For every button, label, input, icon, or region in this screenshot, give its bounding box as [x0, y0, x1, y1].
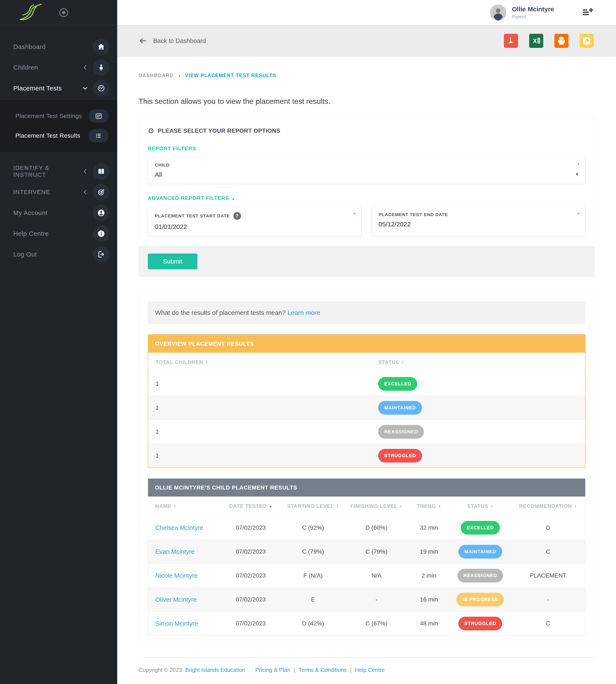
sidebar-item-children[interactable]: Children — [0, 57, 117, 78]
app-root: DashboardChildrenPlacement Tests Placeme… — [0, 0, 616, 684]
footer-company-link[interactable]: Bright Islands Education — [185, 667, 245, 673]
overview-table-row: 1MAINTAINED — [148, 396, 585, 420]
child-name-link[interactable]: Simon Mcintyre — [155, 620, 198, 627]
sidebar-collapse-toggle-icon[interactable] — [60, 8, 68, 17]
starting-level-value: C (92%) — [281, 516, 345, 540]
sidebar-item-my-account[interactable]: My Account — [0, 202, 117, 223]
child-name-link[interactable]: Evan Mcintyre — [155, 548, 195, 555]
sidebar-item-label: Placement Test Settings — [16, 113, 89, 119]
chevron-left-icon — [81, 63, 90, 72]
starting-level-value: F (N/A) — [281, 564, 345, 588]
sort-icon: ▲▼ — [205, 361, 208, 364]
end-date-input[interactable]: PLACEMENT TEST END DATE 05/12/2022 * — [372, 207, 586, 236]
sidebar-item-help-centre[interactable]: Help Centre — [0, 223, 117, 244]
book-icon — [93, 163, 110, 180]
sliders-icon — [89, 109, 109, 123]
results-card: What do the results of placement tests m… — [139, 292, 595, 645]
child-name-link[interactable]: Chelsea Mcintyre — [155, 524, 203, 531]
start-date-value: 01/01/2022 — [155, 223, 355, 230]
user-menu[interactable]: Ollie Mcintyre Parent — [490, 4, 554, 21]
advanced-filters-toggle[interactable]: ADVANCED REPORT FILTERS▲ — [148, 195, 586, 201]
child-name-link[interactable]: Oliver Mcintyre — [155, 596, 197, 603]
timing-value: 19 min — [408, 540, 449, 564]
child-name-link[interactable]: Nicole Mcintyre — [155, 572, 198, 579]
sidebar-nav: DashboardChildrenPlacement Tests Placeme… — [0, 25, 117, 265]
export-pdf-button[interactable] — [504, 34, 518, 48]
column-header-date-tested[interactable]: DATE TESTED▲ — [220, 497, 281, 516]
help-question-icon[interactable]: ? — [233, 212, 241, 220]
total-children-value: 1 — [148, 372, 371, 396]
page-description: This section allows you to view the plac… — [139, 97, 595, 106]
column-header-name[interactable]: NAME▲▼ — [148, 497, 220, 516]
avatar — [490, 4, 506, 21]
timing-value: 16 min — [408, 588, 449, 612]
column-header-starting-level[interactable]: STARTING LEVEL▲▼ — [281, 497, 345, 516]
sidebar-item-intervene[interactable]: INTERVENE — [0, 182, 117, 202]
chevron-down-icon — [81, 84, 90, 93]
submit-button[interactable]: Submit — [148, 253, 197, 269]
export-excel-button[interactable] — [529, 34, 543, 48]
sidebar: DashboardChildrenPlacement Tests Placeme… — [0, 0, 117, 684]
column-header-recommendation[interactable]: RECOMMENDATION▲▼ — [511, 497, 585, 516]
sidebar-item-placement-tests[interactable]: Placement Tests — [0, 78, 117, 98]
copyright-text: Copyright © 2023 — [139, 667, 182, 673]
finishing-level-value: C (67%) — [345, 612, 408, 636]
breadcrumb-dashboard[interactable]: DASHBOARD — [139, 73, 174, 78]
finishing-level-value: N/A — [345, 564, 408, 588]
export-expand-button[interactable] — [580, 34, 594, 48]
sidebar-item-placement-test-settings[interactable]: Placement Test Settings — [0, 106, 117, 126]
footer: Copyright © 2023 Bright Islands Educatio… — [139, 657, 595, 682]
sidebar-item-identify-instruct[interactable]: IDENTIFY & INSTRUCT — [0, 161, 117, 182]
status-badge: STRUGGLED — [458, 617, 502, 630]
footer-link-terms-conditions[interactable]: Terms & Conditions — [299, 667, 347, 673]
target-icon — [93, 184, 110, 201]
footer-link-pricing-plan[interactable]: Pricing & Plan — [256, 667, 290, 673]
recommendation-value: PLACEMENT — [511, 564, 585, 588]
sidebar-item-label: Placement Tests — [13, 85, 81, 92]
overview-table-row: 1STRUGGLED — [148, 444, 585, 468]
export-print-button[interactable] — [554, 34, 569, 48]
end-date-label: PLACEMENT TEST END DATE — [379, 212, 578, 217]
overview-table-title: OVERVIEW PLACEMENT RESULTS — [148, 335, 585, 353]
sort-icon: ▲▼ — [574, 504, 577, 508]
sidebar-item-label: IDENTIFY & INSTRUCT — [13, 165, 81, 178]
sort-icon: ▲▼ — [336, 504, 339, 508]
gear-icon: ⚙ — [148, 127, 154, 134]
overview-placement-table: OVERVIEW PLACEMENT RESULTS TOTAL CHILDRE… — [148, 334, 586, 468]
top-header: Ollie Mcintyre Parent — [117, 0, 616, 25]
sidebar-item-dashboard[interactable]: Dashboard — [0, 36, 117, 57]
finishing-level-value: C (79%) — [345, 540, 408, 564]
total-children-value: 1 — [148, 444, 371, 468]
hummingbird-logo-icon[interactable] — [12, 2, 48, 23]
finishing-level-value: - — [345, 588, 408, 612]
column-header-timing[interactable]: TIMING▲▼ — [408, 497, 449, 516]
sidebar-item-log-out[interactable]: Log Out — [0, 244, 117, 265]
back-to-dashboard-link[interactable]: Back to Dashboard — [139, 37, 206, 45]
status-badge: EXCELLED — [378, 377, 417, 391]
breadcrumb-current: VIEW PLACEMENT TEST RESULTS — [185, 73, 276, 78]
results-table-row: Simon Mcintyre07/02/2023D (42%)C (67%)48… — [148, 612, 585, 636]
expand-icon — [581, 36, 592, 46]
column-header-finishing-level[interactable]: FINISHING LEVEL▲▼ — [345, 497, 408, 516]
submit-strip: Submit — [139, 246, 594, 277]
column-header-status[interactable]: STATUS▲▼ — [371, 353, 585, 372]
column-header-total-children[interactable]: TOTAL CHILDREN▲▼ — [148, 353, 371, 372]
date-tested-value: 07/02/2023 — [220, 540, 281, 564]
recommendation-value: C — [511, 612, 585, 636]
start-date-input[interactable]: PLACEMENT TEST START DATE ? 01/01/2022 * — [148, 207, 362, 236]
required-asterisk: * — [354, 211, 356, 218]
playlist-add-icon[interactable] — [582, 7, 594, 19]
footer-link-help-centre[interactable]: Help Centre — [355, 667, 385, 673]
column-header-status[interactable]: STATUS▲▼ — [449, 497, 511, 516]
sidebar-item-placement-test-results[interactable]: Placement Test Results — [0, 126, 117, 145]
learn-more-link[interactable]: Learn more — [287, 309, 320, 316]
total-children-value: 1 — [148, 420, 371, 444]
overview-table-row: 1EXCELLED — [148, 372, 585, 396]
required-asterisk: * — [577, 162, 580, 168]
starting-level-value: C (79%) — [281, 540, 345, 564]
status-badge: REASSIGNED — [378, 425, 424, 439]
export-buttons — [504, 34, 594, 48]
child-select[interactable]: CHILD All * ▼ — [148, 157, 586, 184]
chevron-right-icon: › — [178, 72, 180, 79]
results-table-row: Nicole Mcintyre07/02/2023F (N/A)N/A2 min… — [148, 564, 585, 588]
